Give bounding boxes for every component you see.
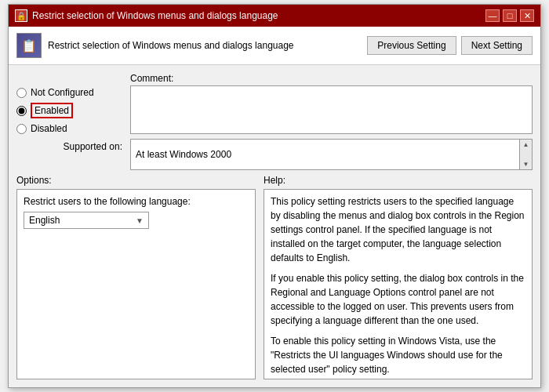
radio-not-configured[interactable]: Not Configured (16, 87, 122, 98)
header-buttons: Previous Setting Next Setting (367, 36, 533, 55)
options-help-labels: Options: Help: (16, 175, 533, 186)
radio-disabled-input[interactable] (16, 124, 27, 134)
header-title: Restrict selection of Windows menus and … (48, 40, 294, 51)
previous-setting-button[interactable]: Previous Setting (367, 36, 456, 55)
help-paragraph-2: If you enable this policy setting, the d… (271, 271, 525, 328)
radio-not-configured-input[interactable] (16, 88, 27, 98)
comment-label: Comment: (130, 73, 533, 84)
supported-box: At least Windows 2000 ▲ ▼ (130, 139, 533, 170)
scroll-up-arrow: ▲ (523, 141, 529, 148)
radio-disabled[interactable]: Disabled (16, 123, 122, 134)
radio-not-configured-label: Not Configured (31, 87, 94, 98)
radio-comment-row: Not Configured Enabled Disabled Comment: (16, 73, 533, 134)
help-section-label: Help: (264, 175, 533, 186)
supported-value: At least Windows 2000 (136, 149, 231, 160)
window-title: Restrict selection of Windows menus and … (32, 10, 278, 21)
options-section-label: Options: (16, 175, 256, 186)
help-paragraph-1: This policy setting restricts users to t… (271, 194, 525, 265)
close-button[interactable]: ✕ (520, 9, 534, 22)
comment-textarea[interactable] (130, 85, 533, 134)
header-icon-title: 📋 Restrict selection of Windows menus an… (16, 33, 294, 58)
radio-group: Not Configured Enabled Disabled (16, 73, 122, 134)
title-bar-controls: — □ ✕ (485, 9, 534, 22)
comment-section: Comment: (130, 73, 533, 134)
header-row: 📋 Restrict selection of Windows menus an… (9, 27, 540, 65)
supported-label: Supported on: (16, 139, 122, 152)
restrict-language-label: Restrict users to the following language… (24, 196, 249, 207)
maximize-button[interactable]: □ (503, 9, 517, 22)
supported-row: Supported on: At least Windows 2000 ▲ ▼ (16, 139, 533, 170)
options-panel: Restrict users to the following language… (16, 189, 256, 379)
window-icon: 🔒 (15, 9, 27, 22)
language-dropdown[interactable]: English ▼ (24, 212, 149, 229)
radio-disabled-label: Disabled (31, 123, 67, 134)
help-panel: This policy setting restricts users to t… (264, 189, 533, 379)
dropdown-arrow-icon: ▼ (136, 216, 144, 225)
radio-enabled-label: Enabled (31, 103, 73, 118)
content-area: 📋 Restrict selection of Windows menus an… (9, 27, 540, 387)
options-help-section: Options: Help: Restrict users to the fol… (16, 175, 533, 379)
options-help-panels: Restrict users to the following language… (16, 189, 533, 379)
scroll-down-arrow: ▼ (523, 161, 529, 168)
main-window: 🔒 Restrict selection of Windows menus an… (8, 4, 541, 388)
title-bar-left: 🔒 Restrict selection of Windows menus an… (15, 9, 278, 22)
title-bar: 🔒 Restrict selection of Windows menus an… (9, 5, 540, 27)
supported-scrollbar[interactable]: ▲ ▼ (519, 140, 532, 169)
radio-enabled-input[interactable] (16, 106, 27, 116)
setting-icon: 📋 (16, 33, 42, 58)
language-selected-value: English (29, 215, 60, 226)
next-setting-button[interactable]: Next Setting (461, 36, 533, 55)
radio-enabled[interactable]: Enabled (16, 103, 122, 118)
help-paragraph-3: To enable this policy setting in Windows… (271, 334, 525, 376)
minimize-button[interactable]: — (485, 9, 500, 22)
main-content: Not Configured Enabled Disabled Comment: (9, 65, 540, 387)
